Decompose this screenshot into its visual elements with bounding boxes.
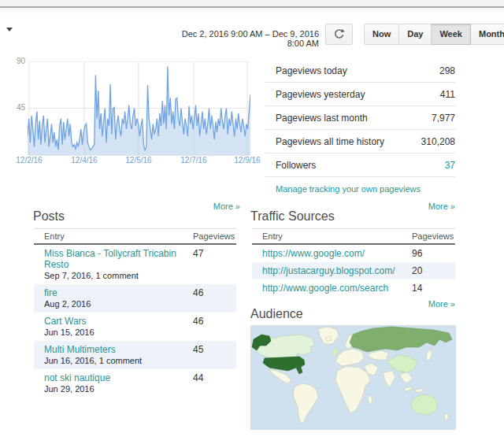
post-row: Miss Bianca - Tollycraft Tricabin Resto … [34,244,236,284]
post-link[interactable]: not ski nautique [44,372,110,383]
time-range-button-group: Now Day Week Month All time [364,24,504,43]
stat-row-pageviews-all-time: Pageviews all time history 310,208 [265,130,455,154]
x-axis-tick: 12/7/16 [180,156,206,165]
traffic-source-link[interactable]: http://www.google.com/search [262,283,388,294]
post-pageviews: 46 [193,284,236,313]
stats-summary-panel: Pageviews today 298 Pageviews yesterday … [265,59,455,194]
stat-value: 310,208 [421,136,455,147]
post-date: Jun 29, 2016 [44,384,94,394]
post-pageviews: 45 [193,341,236,369]
traffic-pageviews: 20 [412,262,455,279]
stat-label: Pageviews yesterday [276,89,365,100]
traffic-row: http://justacarguy.blogspot.com/ 20 [252,262,455,279]
posts-more-link[interactable]: More » [34,202,240,211]
stat-value: 7,977 [432,113,455,124]
followers-count-link[interactable]: 37 [445,160,455,171]
post-link[interactable]: Multi Multimeters [44,344,116,355]
range-button-day[interactable]: Day [399,24,432,45]
audience-world-map [250,325,456,430]
y-axis-tick: 45 [9,103,25,112]
posts-col-entry: Entry [34,229,193,245]
post-pageviews: 44 [193,369,236,398]
stat-label: Followers [276,160,316,171]
refresh-button[interactable] [325,24,353,45]
post-row: fire Aug 2, 2016 46 [34,284,236,313]
date-range-label: Dec 2, 2016 9:00 AM – Dec 9, 2016 8:00 A… [177,29,319,48]
traffic-col-entry: Entry [252,229,412,245]
post-date: Jun 16, 2016, 1 comment [44,356,142,365]
posts-table: Entry Pageviews Miss Bianca - Tollycraft… [34,228,236,398]
stat-row-followers: Followers 37 [265,154,455,177]
stat-row-pageviews-today: Pageviews today 298 [265,59,455,83]
stat-label: Pageviews all time history [276,136,384,147]
audience-section-title: Audience [250,307,303,321]
x-axis-tick: 12/2/16 [16,156,42,165]
post-date: Aug 2, 2016 [44,299,91,309]
posts-section-title: Posts [33,209,65,224]
dropdown-caret-icon[interactable] [6,28,13,31]
y-axis-tick: 90 [9,57,25,65]
pageviews-sparkline [28,61,250,156]
traffic-row: https://www.google.com/ 96 [252,244,455,262]
traffic-col-pageviews: Pageviews [412,229,455,245]
x-axis-tick: 12/4/16 [71,156,97,165]
stat-label: Pageviews last month [276,113,368,124]
post-link[interactable]: fire [44,287,57,298]
blogger-stats-overview-page: Dec 2, 2016 9:00 AM – Dec 9, 2016 8:00 A… [0,0,504,444]
x-axis-tick: 12/5/16 [125,156,151,165]
post-pageviews: 46 [193,313,236,341]
stat-value: 411 [440,89,455,100]
traffic-source-link[interactable]: https://www.google.com/ [262,248,365,259]
range-button-now[interactable]: Now [364,24,399,45]
traffic-pageviews: 14 [412,279,455,297]
stat-label: Pageviews today [276,65,347,76]
post-row: not ski nautique Jun 29, 2016 44 [34,369,236,398]
manage-tracking-link[interactable]: Manage tracking your own pageviews [276,184,455,194]
post-row: Cart Wars Jun 15, 2016 46 [34,313,236,341]
post-link[interactable]: Miss Bianca - Tollycraft Tricabin Resto [44,248,176,270]
traffic-section-title: Traffic Sources [250,209,335,224]
post-date: Sep 7, 2016, 1 comment [44,271,139,280]
post-date: Jun 15, 2016 [44,327,94,337]
browser-chrome-strip [0,0,504,8]
post-row: Multi Multimeters Jun 16, 2016, 1 commen… [34,341,236,369]
traffic-sources-table: Entry Pageviews https://www.google.com/ … [252,228,455,297]
range-button-month[interactable]: Month [471,24,504,45]
stat-row-pageviews-yesterday: Pageviews yesterday 411 [265,83,455,106]
stat-value: 298 [439,65,455,76]
traffic-pageviews: 96 [412,244,455,262]
post-pageviews: 47 [193,244,236,284]
traffic-source-link[interactable]: http://justacarguy.blogspot.com/ [262,265,395,276]
refresh-icon [333,28,345,40]
range-button-week[interactable]: Week [432,24,471,45]
traffic-row: http://www.google.com/search 14 [252,279,455,297]
x-axis-tick: 12/9/16 [234,156,260,165]
stat-row-pageviews-last-month: Pageviews last month 7,977 [265,106,455,130]
post-link[interactable]: Cart Wars [44,316,87,327]
posts-col-pageviews: Pageviews [193,229,236,245]
chrome-shadow [0,8,504,16]
